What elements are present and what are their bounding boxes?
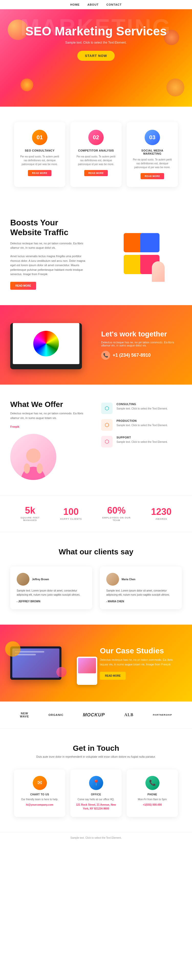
service-card-1: 01 SEO CONSULTANCY Per ea qood susto. Te… — [14, 122, 65, 187]
svg-point-0 — [26, 449, 40, 463]
offer-link[interactable]: Freepik — [10, 425, 19, 428]
partner-alb: Alb — [124, 713, 133, 717]
offer-consulting-text: CONSULTING Sample text. Click to select … — [116, 402, 168, 410]
stat-label-sqft: SQUARE FEETMANAGED — [21, 516, 40, 522]
offer-item-support: ⬡ SUPPORT Sample text. Click to select t… — [101, 436, 182, 447]
testimonial-grid: Jeffrey Brown Sample text. Lorem ipsum d… — [10, 566, 182, 609]
stat-awards: 1230 AWARDS — [151, 507, 171, 520]
phone-icon: 📞 — [101, 351, 110, 360]
case-studies-btn[interactable]: READ MORE — [100, 672, 126, 680]
navigation: HOME ABOUT CONTACT — [0, 0, 192, 9]
phone-line: 📞 +1 (234) 567-8910 — [101, 351, 182, 360]
small-device — [77, 657, 97, 685]
service-text-1: Per ea qood susto. Te autem periti ras d… — [19, 154, 60, 166]
service-btn-2[interactable]: READ MORE — [84, 170, 108, 176]
boost-btn[interactable]: READ MORE — [10, 282, 36, 290]
work-together-section: Let's work together Delectus recteque ha… — [0, 305, 192, 385]
svg-point-2 — [36, 463, 43, 474]
services-section: 01 SEO CONSULTANCY Per ea qood susto. Te… — [0, 107, 192, 202]
contact-card-phone: 📞 PHONE Mon-Fri from 8am to 5pm +1(555) … — [127, 770, 178, 817]
work-together-content: Let's work together Delectus recteque ha… — [101, 330, 182, 360]
partner-new-wave: NEWWAVE — [20, 712, 29, 718]
contact-value-office: 121 Rock Street, 21 Avenue, New York, NY… — [74, 803, 118, 810]
phone-icon-contact: 📞 — [145, 776, 159, 790]
offer-heading: What We Offer — [10, 400, 91, 409]
offer-support-text: SUPPORT Sample text. Click to select the… — [116, 436, 168, 444]
stat-label-awards: AWARDS — [151, 518, 171, 520]
service-title-3: SOCIAL MEDIA MARKETING — [132, 149, 173, 155]
testimonial-author-info-2: Maria Chen — [122, 578, 135, 581]
boost-para2: Amet lucius venenatis lectus magna fring… — [10, 254, 91, 277]
person-svg — [13, 444, 54, 480]
puzzle-piece-3 — [124, 255, 143, 274]
contact-subtitle-phone: Mon-Fri from 8am to 5pm — [130, 797, 174, 801]
nav-home[interactable]: HOME — [70, 3, 79, 6]
footer-text: Sample text. Click to select the Text El… — [70, 837, 122, 839]
stat-sqft: 5k SQUARE FEETMANAGED — [21, 506, 40, 522]
contact-subtitle-email: Our friendly team is here to help. — [18, 797, 62, 801]
laptop-frame — [10, 323, 82, 369]
office-icon: 📍 — [89, 776, 103, 790]
colorwheel-graphic — [33, 331, 59, 356]
contact-subtitle-office: Come say hello at our office HQ. — [74, 797, 118, 801]
contact-grid: ✉ CHART TO US Our friendly team is here … — [10, 770, 182, 817]
stat-number-clients: 100 — [60, 507, 82, 516]
contact-card-email: ✉ CHART TO US Our friendly team is here … — [14, 770, 65, 817]
service-card-3: 03 SOCIAL MEDIA MARKETING Per ea qood su… — [127, 122, 178, 187]
testimonial-author-2: - MARIA CHEN — [106, 600, 175, 603]
service-btn-1[interactable]: READ MORE — [28, 170, 51, 176]
service-btn-3[interactable]: READ MORE — [141, 173, 164, 179]
hero-section: MARKETING SEO Marketing Services Sample … — [0, 9, 192, 107]
production-icon: ⬡ — [101, 419, 113, 431]
boost-heading: Boosts Your Website Traffic — [10, 218, 91, 237]
testimonial-text-1: Sample text. Lorem ipsum dolor sit amet,… — [17, 589, 86, 597]
case-studies-section: Our Case Studies Delectus recteque has n… — [0, 625, 192, 702]
testimonial-card-2: Maria Chen Sample text. Lorem ipsum dolo… — [100, 566, 182, 609]
services-grid: 01 SEO CONSULTANCY Per ea qood susto. Te… — [10, 122, 182, 187]
nav-about[interactable]: ABOUT — [87, 3, 98, 6]
footer: Sample text. Click to select the Text El… — [0, 832, 192, 843]
offer-right: ⬡ CONSULTING Sample text. Click to selec… — [101, 400, 182, 447]
hero-cta-button[interactable]: START NOW — [77, 51, 115, 61]
laptop-screen — [13, 323, 79, 364]
avatar-maria — [106, 573, 119, 585]
boost-para1: Delectus recteque has ne, no pri tation … — [10, 241, 91, 250]
nav-contact[interactable]: CONTACT — [106, 3, 122, 6]
boost-section: Boosts Your Website Traffic Delectus rec… — [0, 202, 192, 305]
contact-heading: Get in Touch — [10, 744, 182, 752]
contact-value-email: hi@yourcompany.com — [18, 803, 62, 807]
service-text-2: Per ea qood susto. Te autem periti ras d… — [76, 154, 116, 166]
stat-label-employees: EMPLOYEES ON OURTEAM — [102, 516, 131, 522]
service-number-1: 01 — [32, 130, 48, 145]
stat-number-sqft: 5k — [21, 506, 40, 515]
testimonial-header-1: Jeffrey Brown — [17, 573, 86, 585]
offer-item-production: ⬡ PRODUCTION Sample text. Click to selec… — [101, 419, 182, 431]
stat-employees: 60% EMPLOYEES ON OURTEAM — [102, 506, 131, 522]
work-together-heading: Let's work together — [101, 330, 182, 338]
device-group — [10, 646, 92, 680]
consulting-icon: ⬡ — [101, 402, 113, 414]
testimonial-card-1: Jeffrey Brown Sample text. Lorem ipsum d… — [10, 566, 92, 609]
stats-section: 5k SQUARE FEETMANAGED 100 HAPPY CLIENTS … — [0, 495, 192, 532]
work-together-text: Delectus recteque has ne, no pri tation … — [101, 341, 182, 347]
partners-section: NEWWAVE ORGANIC Mockup Alb PARTNERSHIP — [0, 702, 192, 729]
partner-organic: ORGANIC — [48, 713, 63, 716]
contact-section: Get in Touch Duis aute irure dolor in re… — [0, 729, 192, 832]
service-text-3: Per ea qood susto. Te autem periti ras d… — [132, 158, 173, 169]
case-orb-1 — [5, 641, 21, 657]
puzzle-illustration — [121, 233, 162, 274]
puzzle-piece-1 — [124, 233, 143, 252]
case-studies-right: Our Case Studies Delectus recteque has n… — [100, 646, 182, 680]
avatar-jeffrey — [17, 573, 29, 585]
testimonial-author-info-1: Jeffrey Brown — [32, 578, 49, 581]
svg-point-1 — [24, 463, 30, 474]
stat-label-clients: HAPPY CLIENTS — [60, 518, 82, 520]
stat-number-awards: 1230 — [151, 507, 171, 516]
testimonial-header-2: Maria Chen — [106, 573, 175, 585]
boost-right — [101, 228, 182, 279]
small-screen — [78, 658, 96, 673]
offer-intro: Delectus recteque has ne, no pri tation … — [10, 411, 91, 420]
case-studies-text: Delectus recteque has ne, no pri tation … — [100, 658, 182, 667]
hero-orb-3 — [21, 78, 33, 91]
offer-section: What We Offer Delectus recteque has ne, … — [0, 385, 192, 495]
